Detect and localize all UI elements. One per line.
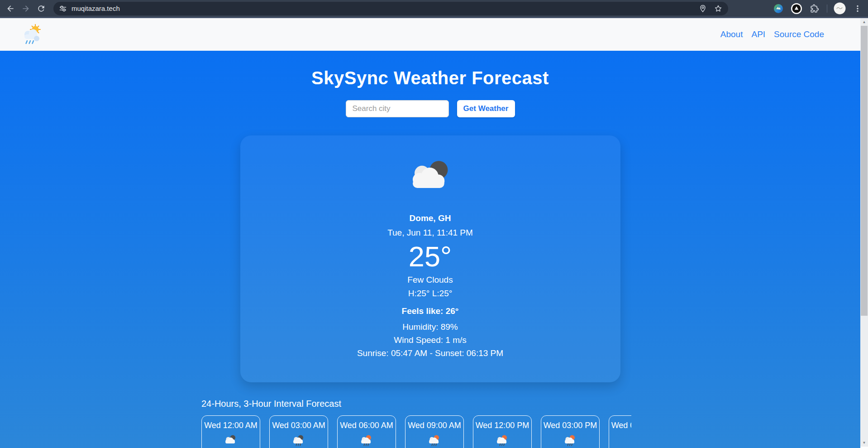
adblock-extension-icon[interactable]: [790, 2, 803, 15]
current-weather-icon: [407, 159, 454, 193]
forecast-weather-icon: [495, 434, 510, 446]
nav-link-api[interactable]: API: [751, 29, 765, 39]
condition: Few Clouds: [407, 275, 453, 285]
menu-dots-icon[interactable]: [851, 2, 864, 15]
scrollbar-down-arrow[interactable]: ▼: [860, 439, 868, 447]
forecast-time: Wed 03:00 AM: [272, 421, 325, 430]
local-datetime: Tue, Jun 11, 11:41 PM: [387, 228, 473, 238]
forecast-time: Wed 06:00 AM: [340, 421, 393, 430]
nav-links: About API Source Code: [720, 29, 824, 39]
current-weather-card: Dome, GH Tue, Jun 11, 11:41 PM 25° Few C…: [240, 135, 620, 382]
sun-behind-rain-cloud-logo-icon: [22, 24, 43, 45]
forecast-card: Wed 06:00 PM: [609, 415, 631, 448]
profile-avatar[interactable]: [833, 2, 846, 15]
forecast-weather-icon: [359, 434, 374, 446]
forecast-heading: 24-Hours, 3-Hour Interval Forecast: [201, 399, 860, 409]
forecast-weather-icon: [563, 434, 577, 446]
forecast-time: Wed 09:00 AM: [408, 421, 461, 430]
scrollbar-thumb[interactable]: [861, 26, 868, 316]
toolbar-divider: [827, 5, 827, 13]
main-content: SkySync Weather Forecast Get Weather: [0, 51, 860, 448]
back-icon[interactable]: [3, 1, 18, 16]
get-weather-button[interactable]: Get Weather: [457, 100, 515, 117]
forecast-card: Wed 09:00 AM: [405, 415, 464, 448]
forecast-weather-icon: [427, 434, 442, 446]
site-settings-icon[interactable]: [59, 5, 67, 13]
forecast-section: 24-Hours, 3-Hour Interval Forecast Wed 1…: [0, 382, 860, 448]
location-pin-icon[interactable]: [698, 4, 707, 13]
high-low: H:25° L:25°: [408, 289, 453, 299]
page-title: SkySync Weather Forecast: [311, 68, 549, 88]
sunrise-sunset: Sunrise: 05:47 AM - Sunset: 06:13 PM: [357, 347, 503, 360]
scrollbar[interactable]: ▲ ▼: [860, 18, 868, 447]
forward-icon[interactable]: [18, 1, 33, 16]
wind-speed: Wind Speed: 1 m/s: [394, 333, 467, 347]
forecast-list: Wed 12:00 AM Wed 03:00 AM: [201, 415, 631, 448]
forecast-weather-icon: [631, 434, 631, 446]
url-text[interactable]: muqitazara.tech: [72, 5, 692, 12]
forecast-card: Wed 06:00 AM: [337, 415, 396, 448]
reload-icon[interactable]: [33, 1, 49, 16]
nav-link-source-code[interactable]: Source Code: [774, 29, 824, 39]
forecast-card: Wed 03:00 PM: [541, 415, 600, 448]
feels-like: Feels like: 26°: [402, 306, 459, 316]
site-navbar: About API Source Code: [0, 18, 860, 51]
nav-link-about[interactable]: About: [720, 29, 743, 39]
humidity: Humidity: 89%: [402, 320, 458, 333]
search-input[interactable]: [346, 100, 449, 117]
forecast-time: Wed 12:00 AM: [204, 421, 258, 430]
idm-extension-icon[interactable]: [772, 2, 785, 15]
forecast-card: Wed 03:00 AM: [269, 415, 328, 448]
forecast-card: Wed 12:00 PM: [473, 415, 532, 448]
search-row: Get Weather: [346, 100, 515, 117]
bookmark-star-icon[interactable]: [714, 4, 723, 13]
browser-toolbar: muqitazara.tech: [0, 0, 868, 18]
forecast-card: Wed 12:00 AM: [201, 415, 260, 448]
scrollbar-up-arrow[interactable]: ▲: [860, 18, 868, 26]
forecast-weather-icon: [224, 434, 238, 446]
page-viewport: ▲ ▼: [0, 18, 868, 447]
forecast-time: Wed 03:00 PM: [544, 421, 597, 430]
forecast-time: Wed 06:00 PM: [611, 421, 631, 430]
stats-block: Humidity: 89% Wind Speed: 1 m/s Sunrise:…: [357, 320, 503, 360]
forecast-time: Wed 12:00 PM: [476, 421, 529, 430]
address-bar[interactable]: muqitazara.tech: [53, 2, 728, 15]
extensions-puzzle-icon[interactable]: [808, 2, 821, 15]
temperature: 25°: [409, 241, 452, 272]
location-name: Dome, GH: [410, 213, 451, 223]
forecast-weather-icon: [291, 434, 306, 446]
